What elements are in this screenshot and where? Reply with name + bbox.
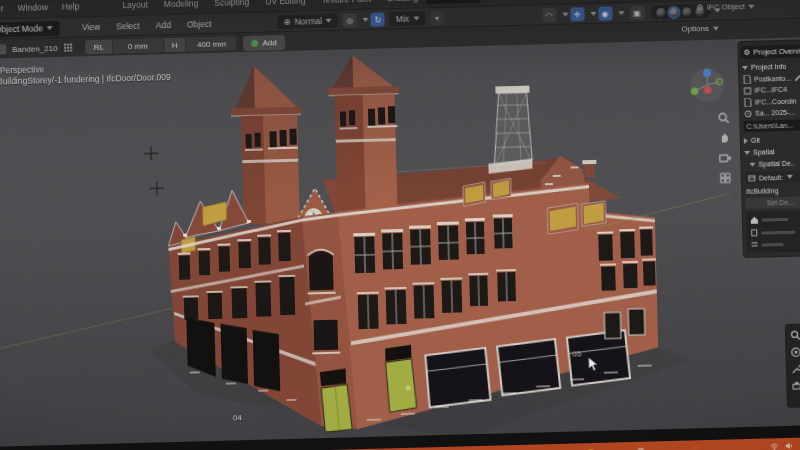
collapse-caret-icon bbox=[742, 65, 748, 69]
dropdown-caret-icon bbox=[413, 16, 419, 20]
pan-hand-icon[interactable] bbox=[718, 131, 731, 144]
timestamp-row: Sa... 2025-... bbox=[740, 106, 800, 119]
zoom-icon[interactable] bbox=[717, 111, 730, 124]
render-properties-icon[interactable] bbox=[790, 347, 800, 358]
grid-axis-label-05: 05 bbox=[572, 349, 581, 358]
photo-top-shade bbox=[0, 37, 800, 447]
tree-row-site[interactable] bbox=[748, 212, 800, 227]
menu-select[interactable]: Select bbox=[108, 21, 148, 32]
projection-label: Perspective bbox=[0, 64, 44, 75]
proportional-editing-icon[interactable]: ◉ bbox=[598, 6, 612, 20]
options-dropdown[interactable]: Options bbox=[681, 24, 719, 34]
tab-texture-paint[interactable]: Texture Paint bbox=[313, 0, 379, 7]
tab-rendering[interactable]: Rendering bbox=[480, 0, 536, 3]
gear-icon: ⚙ bbox=[696, 3, 703, 12]
screen-photo: er Window Help Layout Modeling Sculpting… bbox=[0, 0, 800, 450]
solid-shading-icon[interactable] bbox=[669, 7, 678, 16]
dropdown-caret-icon bbox=[47, 26, 53, 30]
clock-icon bbox=[744, 109, 752, 117]
section-spatial-decomposition[interactable]: Spatial De.. bbox=[741, 156, 800, 170]
dropdown-caret-icon bbox=[787, 175, 793, 179]
tab-modeling[interactable]: Modeling bbox=[156, 0, 207, 11]
material-shading-icon[interactable] bbox=[682, 7, 691, 16]
tab-shading[interactable]: Shading bbox=[379, 0, 427, 5]
menu-help[interactable]: Help bbox=[55, 1, 87, 12]
grid-dots-icon[interactable] bbox=[63, 43, 73, 53]
falloff-icon[interactable]: ▾ bbox=[430, 11, 444, 25]
blender-window: er Window Help Layout Modeling Sculpting… bbox=[0, 0, 800, 450]
dropdown-caret-icon bbox=[326, 19, 332, 23]
system-tray bbox=[770, 442, 794, 450]
collapse-caret-icon bbox=[744, 150, 750, 154]
orientation-icon: ⊕ bbox=[283, 17, 290, 27]
snap-toggle-icon[interactable]: ↻ bbox=[371, 12, 385, 26]
menu-window[interactable]: Window bbox=[11, 2, 55, 13]
schema-icon bbox=[743, 86, 751, 94]
collapse-caret-icon bbox=[749, 162, 755, 166]
navigation-gizmo[interactable] bbox=[688, 65, 727, 104]
dropdown-caret-icon bbox=[618, 11, 624, 15]
wifi-icon[interactable] bbox=[770, 442, 779, 450]
ifc-object-menu[interactable]: ⚙ IFC Object bbox=[696, 2, 755, 13]
wireframe-shading-icon[interactable] bbox=[656, 8, 665, 17]
overlays-icon[interactable]: ▣ bbox=[630, 6, 644, 20]
h-field-value[interactable]: 400 mm bbox=[186, 36, 236, 51]
transform-orientation-dropdown[interactable]: ⊕ Normal bbox=[277, 14, 338, 30]
grid-axis-label-04: 04 bbox=[233, 413, 242, 422]
add-dot-icon bbox=[251, 39, 258, 46]
element-type-name[interactable]: Banden_210 bbox=[12, 43, 58, 53]
search-icon[interactable] bbox=[790, 330, 800, 341]
taskbar-app-icon[interactable] bbox=[692, 446, 698, 450]
orthographic-grid-icon[interactable] bbox=[719, 171, 732, 184]
building-label-row: IfcBuilding bbox=[742, 184, 800, 196]
h-field-label[interactable]: H bbox=[164, 38, 186, 53]
home-icon bbox=[750, 216, 759, 225]
add-button[interactable]: Add bbox=[243, 34, 285, 50]
viewport-controls bbox=[717, 111, 732, 184]
edit-pencil-icon[interactable] bbox=[794, 74, 800, 81]
dropdown-caret-icon bbox=[590, 12, 596, 16]
dropdown-caret-icon bbox=[749, 4, 755, 8]
properties-tab-strip bbox=[785, 323, 800, 408]
mode-selector[interactable]: Object Mode bbox=[0, 20, 60, 37]
tab-uv-editing[interactable]: UV Editing bbox=[257, 0, 314, 9]
tab-sculpting[interactable]: Sculpting bbox=[206, 0, 257, 10]
default-container-dropdown[interactable]: Default: bbox=[745, 170, 800, 184]
rl-field-value[interactable]: 0 mm bbox=[113, 38, 163, 53]
pivot-point-icon[interactable]: ◎ bbox=[343, 13, 357, 27]
bim-side-panel: ⚙ Project Overview Project Info Postkant… bbox=[737, 39, 800, 258]
menu-object[interactable]: Object bbox=[179, 19, 220, 30]
menu-render-partial[interactable]: er bbox=[0, 3, 11, 14]
dropdown-caret-icon bbox=[713, 26, 719, 30]
output-printer-icon[interactable] bbox=[791, 381, 800, 392]
element-type-icon bbox=[0, 44, 6, 54]
dropdown-caret-icon bbox=[562, 13, 568, 17]
tree-row[interactable] bbox=[748, 237, 800, 251]
mouse-cursor bbox=[587, 356, 599, 372]
blend-label: Mix bbox=[396, 14, 409, 24]
tool-wrench-icon[interactable] bbox=[791, 364, 800, 375]
gear-icon: ⚙ bbox=[743, 48, 750, 57]
ifc-file-path-field[interactable]: C:\Users\Lan... bbox=[743, 119, 800, 132]
magnet-snapping-icon[interactable]: ✛ bbox=[570, 7, 584, 21]
volume-icon[interactable] bbox=[785, 442, 794, 450]
orientation-label: Normal bbox=[294, 16, 322, 27]
tab-layout[interactable]: Layout bbox=[114, 0, 156, 12]
building-icon bbox=[750, 229, 758, 237]
dropdown-caret-icon bbox=[363, 18, 369, 22]
spatial-tree bbox=[746, 210, 800, 253]
tab-animation[interactable]: Animation bbox=[426, 0, 480, 4]
storey-icon bbox=[750, 241, 758, 249]
viewport-3d[interactable]: Perspective IfcBuildingStorey/-1 funderi… bbox=[0, 37, 800, 447]
menu-add[interactable]: Add bbox=[148, 20, 179, 31]
camera-view-icon[interactable] bbox=[718, 151, 731, 164]
blend-mode-dropdown[interactable]: Mix bbox=[390, 11, 426, 26]
panel-tab-selector[interactable]: ⚙ Project Overview bbox=[740, 44, 800, 59]
mode-label: Object Mode bbox=[0, 23, 43, 34]
menu-view[interactable]: View bbox=[74, 22, 109, 33]
container-icon bbox=[748, 174, 756, 182]
bim-parameter-fields: RL 0 mm H 400 mm bbox=[85, 36, 237, 54]
set-default-button[interactable]: Set De... bbox=[745, 196, 800, 209]
rl-field-label[interactable]: RL bbox=[85, 40, 112, 55]
proportional-falloff-icon[interactable]: ◠ bbox=[542, 8, 556, 22]
